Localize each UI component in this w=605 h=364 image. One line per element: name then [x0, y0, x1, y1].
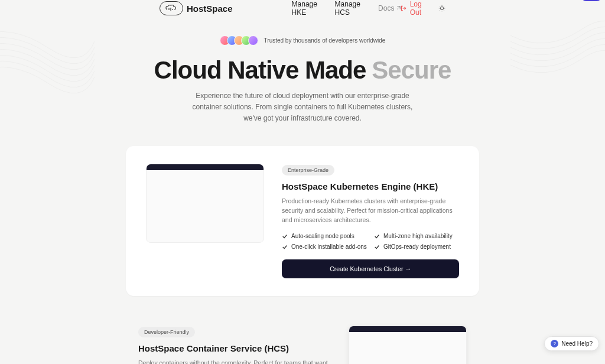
- hke-desc: Production-ready Kubernetes clusters wit…: [282, 196, 459, 225]
- nav-manage-hcs[interactable]: Manage HCS: [335, 0, 370, 17]
- cloud-icon: [160, 1, 183, 15]
- check-icon: [282, 244, 288, 250]
- check-icon: [374, 233, 380, 239]
- trusted-row: Trusted by thousands of developers world…: [0, 35, 605, 46]
- feature-item: GitOps-ready deployment: [374, 243, 459, 250]
- headline-accent: Secure: [372, 56, 451, 84]
- hcs-desc: Deploy containers without the complexity…: [138, 358, 331, 364]
- help-label: Need Help?: [561, 340, 593, 347]
- hke-card: Enterprise-Grade HostSpace Kubernetes En…: [126, 146, 479, 297]
- brand-name: HostSpace: [187, 4, 233, 14]
- hke-title: HostSpace Kubernetes Engine (HKE): [282, 181, 459, 191]
- hke-badge: Enterprise-Grade: [282, 165, 334, 176]
- hke-content: Enterprise-Grade HostSpace Kubernetes En…: [282, 164, 459, 279]
- logout-label: Log Out: [410, 0, 431, 17]
- hcs-badge: Developer-Friendly: [138, 327, 195, 337]
- docs-label: Docs: [378, 4, 394, 12]
- logout-button[interactable]: Log Out: [401, 0, 431, 17]
- feature-item: Multi-zone high availability: [374, 233, 459, 239]
- avatar: [248, 35, 258, 46]
- hcs-card: Developer-Friendly HostSpace Container S…: [125, 314, 480, 364]
- logo[interactable]: HostSpace: [160, 1, 233, 15]
- subheadline: Experience the future of cloud deploymen…: [184, 90, 421, 125]
- trusted-text: Trusted by thousands of developers world…: [264, 37, 386, 44]
- check-icon: [282, 233, 288, 239]
- feature-item: Auto-scaling node pools: [282, 233, 367, 239]
- check-icon: [374, 244, 380, 250]
- hcs-screenshot: [349, 326, 467, 364]
- hke-features: Auto-scaling node pools Multi-zone high …: [282, 233, 459, 250]
- top-nav: HostSpace Manage HKE Manage HCS Docs Log…: [0, 0, 605, 17]
- help-button[interactable]: ? Need Help?: [544, 336, 599, 351]
- theme-toggle-icon[interactable]: [438, 4, 445, 12]
- hero: Trusted by thousands of developers world…: [0, 35, 605, 125]
- logout-icon: [401, 5, 406, 12]
- nav-right: Log Out: [401, 0, 445, 17]
- avatar-stack: [220, 35, 258, 46]
- feature-item: One-click installable add-ons: [282, 243, 367, 250]
- headline: Cloud Native Made Secure: [0, 56, 605, 84]
- hke-cta-button[interactable]: Create Kubernetes Cluster →: [282, 259, 459, 278]
- hcs-content: Developer-Friendly HostSpace Container S…: [138, 326, 331, 364]
- hcs-title: HostSpace Container Service (HCS): [138, 343, 331, 353]
- help-icon: ?: [551, 340, 558, 347]
- svg-point-0: [440, 6, 443, 9]
- external-link-icon: [396, 6, 401, 11]
- nav-docs[interactable]: Docs: [378, 0, 401, 17]
- headline-main: Cloud Native Made: [154, 56, 366, 84]
- nav-manage-hke[interactable]: Manage HKE: [292, 0, 327, 17]
- hke-screenshot: [146, 164, 264, 243]
- nav-links: Manage HKE Manage HCS Docs: [292, 0, 401, 17]
